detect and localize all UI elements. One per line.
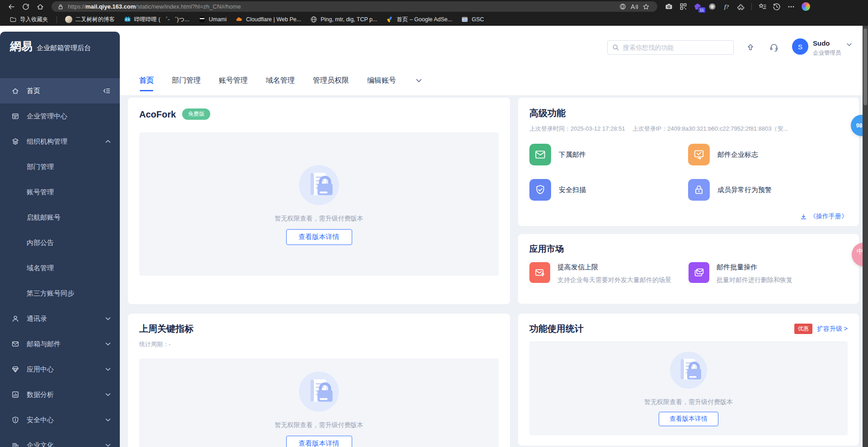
extension-icon-purple[interactable]: 11 xyxy=(691,1,704,12)
promo-badge: 优惠 xyxy=(794,324,812,334)
locked-message: 暂无权限查看，需升级付费版本 xyxy=(275,215,363,223)
advanced-features-title: 高级功能 xyxy=(529,107,848,119)
address-bar[interactable]: https://mail.qiye.163.com/static/new/ind… xyxy=(52,1,657,12)
last-login-info: 上次登录时间：2025-03-12 17:28:51上次登录IP：2409:8a… xyxy=(529,125,848,133)
view-version-details-button[interactable]: 查看版本详情 xyxy=(659,412,718,426)
favorite-star-icon[interactable] xyxy=(640,2,652,11)
bookmark-adsense[interactable]: 首页 – Google AdSe... xyxy=(382,14,456,25)
market-item-sending-limit[interactable]: 提高发信上限 支持企业每天需要对外发大量邮件的场景 xyxy=(529,262,689,284)
headset-support-icon[interactable] xyxy=(767,41,781,54)
app-market-title: 应用市场 xyxy=(529,243,848,255)
history-icon[interactable] xyxy=(770,1,783,12)
user-avatar[interactable]: S xyxy=(792,38,808,55)
bookmark-ping-tools[interactable]: Ping, mtr, dig, TCP p... xyxy=(306,14,381,24)
function-search[interactable] xyxy=(607,40,734,55)
favorites-list-icon[interactable] xyxy=(755,1,769,12)
extension-icon-gray[interactable] xyxy=(705,1,719,12)
sidebar-item-internal-notice[interactable]: 内部公告 xyxy=(0,230,120,255)
sidebar-item-mailbox-mail[interactable]: 邮箱与邮件 xyxy=(0,331,120,357)
acofork-card: AcoFork免费版 暂无权限查看，需升级付费版本 查看版本详情 xyxy=(128,98,510,304)
bookmark-import-favorites[interactable]: 导入收藏夹 xyxy=(5,14,52,25)
tab-domain-management[interactable]: 域名管理 xyxy=(266,66,295,95)
feature-usage-card: 功能使用统计 优惠 扩容升级 > 暂无权限查看，需升级付费版本 查看版本详情 xyxy=(518,314,859,446)
enterprise-center-icon xyxy=(11,112,20,120)
feature-security-scan[interactable]: 安全扫描 xyxy=(529,179,688,201)
search-input[interactable] xyxy=(623,44,729,51)
expand-upgrade-link[interactable]: 扩容升级 > xyxy=(817,325,848,333)
locked-document-illustration xyxy=(297,164,340,207)
locked-message: 暂无权限查看，需升级付费版本 xyxy=(275,421,363,429)
shield-icon xyxy=(11,416,20,424)
extensions-puzzle-icon[interactable] xyxy=(734,1,748,12)
copilot-icon[interactable] xyxy=(799,1,812,12)
tab-dept-management[interactable]: 部门管理 xyxy=(172,66,201,95)
sidebar-item-account-management[interactable]: 账号管理 xyxy=(0,179,120,205)
scrollbar-thumb[interactable] xyxy=(863,28,867,105)
chart-icon xyxy=(11,391,20,399)
read-aloud-icon[interactable] xyxy=(628,2,640,11)
tab-edit-account[interactable]: 编辑账号 xyxy=(367,66,396,95)
free-version-badge: 免费版 xyxy=(182,108,210,120)
feature-subordinate-mail[interactable]: 下属邮件 xyxy=(529,144,688,165)
qr-code-icon[interactable] xyxy=(676,1,690,12)
bookmarks-bar: 导入收藏夹 二叉树树的博客 哔哩哔哩 ( ゜- ゜)つ... Umami Clo… xyxy=(0,13,868,26)
stat-period: 统计周期：- xyxy=(139,340,499,348)
home-icon[interactable] xyxy=(33,1,47,12)
user-name: Sudo xyxy=(813,39,830,47)
bookmark-cloudflare[interactable]: Cloudflare | Web Pe... xyxy=(231,14,305,24)
feature-mail-brand-logo[interactable]: 邮件企业标志 xyxy=(688,144,848,165)
translate-icon[interactable] xyxy=(617,2,628,11)
market-item-batch-mail-ops[interactable]: 邮件批量操作 批量对邮件进行删除和恢复 xyxy=(689,262,848,284)
collapse-sidebar-icon[interactable] xyxy=(103,87,111,95)
bookmark-blog[interactable]: 二叉树树的博客 xyxy=(61,14,119,25)
chevron-down-icon xyxy=(105,443,111,447)
sidebar-item-data-analysis[interactable]: 数据分析 xyxy=(0,382,120,407)
extension-icon-script[interactable]: f? xyxy=(720,1,733,12)
user-menu-chevron-icon[interactable] xyxy=(847,43,852,47)
sidebar-item-contacts[interactable]: 通讯录 xyxy=(0,306,120,331)
tab-admin-permissions[interactable]: 管理员权限 xyxy=(313,66,349,95)
shield-check-icon xyxy=(529,179,551,201)
bookmark-gsc[interactable]: GSC xyxy=(457,14,488,24)
page-scrollbar[interactable] xyxy=(863,26,868,447)
sidebar-item-third-party-sync[interactable]: 第三方账号同步 xyxy=(0,281,120,306)
app-title: 企业邮箱管理后台 xyxy=(37,44,91,52)
sidebar-item-enterprise-center[interactable]: 企业管理中心 xyxy=(0,104,120,129)
layers-icon xyxy=(11,137,20,146)
operation-manual-link[interactable]: 《操作手册》 xyxy=(800,212,848,221)
acofork-locked-panel: 暂无权限查看，需升级付费版本 查看版本详情 xyxy=(139,132,499,276)
view-version-details-button[interactable]: 查看版本详情 xyxy=(286,436,352,447)
stat-period-value: - xyxy=(169,341,170,348)
tab-home[interactable]: 首页 xyxy=(139,66,154,95)
back-icon[interactable] xyxy=(5,1,18,12)
upload-icon[interactable] xyxy=(744,41,757,54)
view-version-details-button[interactable]: 查看版本详情 xyxy=(286,229,352,245)
chevron-down-icon xyxy=(105,393,111,396)
more-menu-icon[interactable] xyxy=(784,1,798,12)
sidebar-item-org-management[interactable]: 组织机构管理 xyxy=(0,129,120,154)
sidebar-item-corporate-culture[interactable]: 企业文化 xyxy=(0,433,120,447)
site-lock-icon[interactable] xyxy=(57,3,64,10)
web-capture-icon[interactable] xyxy=(662,1,675,12)
mail-up-icon xyxy=(529,262,550,283)
sidebar-item-home[interactable]: 首页 xyxy=(0,78,120,104)
building-icon xyxy=(11,441,20,447)
tab-account-management[interactable]: 账号管理 xyxy=(219,66,248,95)
bookmark-umami[interactable]: Umami xyxy=(194,14,231,24)
active-tab-underline xyxy=(140,90,153,91)
bookmark-bilibili[interactable]: 哔哩哔哩 ( ゜- ゜)つ... xyxy=(120,14,193,25)
sidebar-item-qihang-account[interactable]: 启航邮账号 xyxy=(0,205,120,230)
globe-icon xyxy=(310,16,317,23)
locked-document-illustration xyxy=(297,370,340,413)
feature-abnormal-behavior-alert[interactable]: 成员异常行为预警 xyxy=(688,179,848,201)
sidebar-item-domain-management[interactable]: 域名管理 xyxy=(0,255,120,281)
home-icon xyxy=(11,87,20,95)
reload-icon[interactable] xyxy=(19,1,33,12)
cloudflare-icon xyxy=(236,16,243,23)
sidebar-item-app-center[interactable]: 应用中心 xyxy=(0,357,120,382)
last-login-ip: 2409:8a30:321:b60:c22:7952:2f81:8803（安..… xyxy=(667,125,788,132)
sidebar-item-security-center[interactable]: 安全中心 xyxy=(0,407,120,433)
sidebar-item-dept-management[interactable]: 部门管理 xyxy=(0,154,120,179)
tabs-dropdown-icon[interactable] xyxy=(416,79,422,83)
page-tabbar: 首页 部门管理 账号管理 域名管理 管理员权限 编辑账号 xyxy=(120,66,868,96)
